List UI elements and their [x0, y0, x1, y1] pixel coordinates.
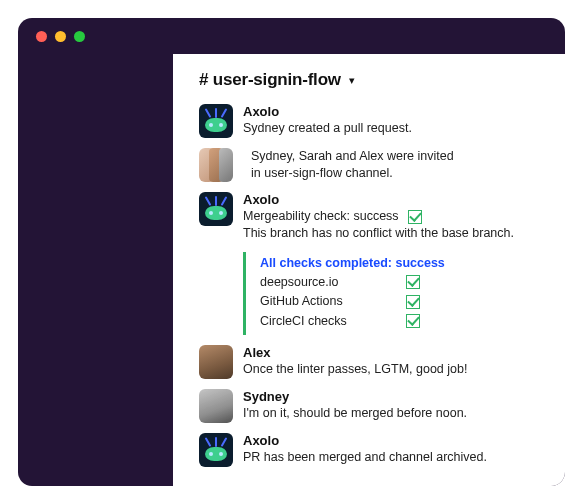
message-text: in user-sign-flow channel. [251, 165, 543, 182]
message-author: Axolo [243, 192, 543, 207]
group-avatar [199, 148, 233, 182]
message: Axolo Sydney created a pull request. [199, 104, 543, 138]
check-icon [406, 275, 420, 289]
check-label: GitHub Actions [260, 292, 400, 311]
axolo-avatar [199, 104, 233, 138]
message: Alex Once the linter passes, LGTM, good … [199, 345, 543, 379]
message: Axolo Mergeability check: success This b… [199, 192, 543, 242]
message: Sydney, Sarah and Alex were invited in u… [199, 148, 543, 182]
message-text: PR has been merged and channel archived. [243, 449, 543, 466]
message-text: Sydney, Sarah and Alex were invited [251, 148, 543, 165]
checks-thread: All checks completed: success deepsource… [243, 252, 543, 335]
message-text: This branch has no conflict with the bas… [243, 225, 543, 242]
check-row: CircleCI checks [260, 312, 543, 331]
user-avatar [199, 389, 233, 423]
app-window: # user-signin-flow ▾ Axolo Sydney create… [18, 18, 565, 486]
window-maximize-icon[interactable] [74, 31, 85, 42]
check-label: deepsource.io [260, 273, 400, 292]
window-minimize-icon[interactable] [55, 31, 66, 42]
message-author: Axolo [243, 104, 543, 119]
axolo-avatar [199, 433, 233, 467]
message-text: Mergeability check: success [243, 208, 543, 225]
check-row: deepsource.io [260, 273, 543, 292]
window-close-icon[interactable] [36, 31, 47, 42]
user-avatar [199, 345, 233, 379]
check-row: GitHub Actions [260, 292, 543, 311]
channel-name: # user-signin-flow [199, 70, 341, 90]
message: Sydney I'm on it, should be merged befor… [199, 389, 543, 423]
window-titlebar [18, 18, 565, 54]
channel-header[interactable]: # user-signin-flow ▾ [199, 70, 543, 90]
check-icon [406, 295, 420, 309]
message-text: Sydney created a pull request. [243, 120, 543, 137]
message-text: I'm on it, should be merged before noon. [243, 405, 543, 422]
message-author: Sydney [243, 389, 543, 404]
message-author: Axolo [243, 433, 543, 448]
check-label: CircleCI checks [260, 312, 400, 331]
axolo-avatar [199, 192, 233, 226]
message: Axolo PR has been merged and channel arc… [199, 433, 543, 467]
message-text: Once the linter passes, LGTM, good job! [243, 361, 543, 378]
thread-title: All checks completed: success [260, 256, 543, 270]
check-icon [408, 210, 422, 224]
chat-panel: # user-signin-flow ▾ Axolo Sydney create… [173, 54, 565, 486]
chevron-down-icon: ▾ [349, 74, 355, 87]
check-icon [406, 314, 420, 328]
message-author: Alex [243, 345, 543, 360]
